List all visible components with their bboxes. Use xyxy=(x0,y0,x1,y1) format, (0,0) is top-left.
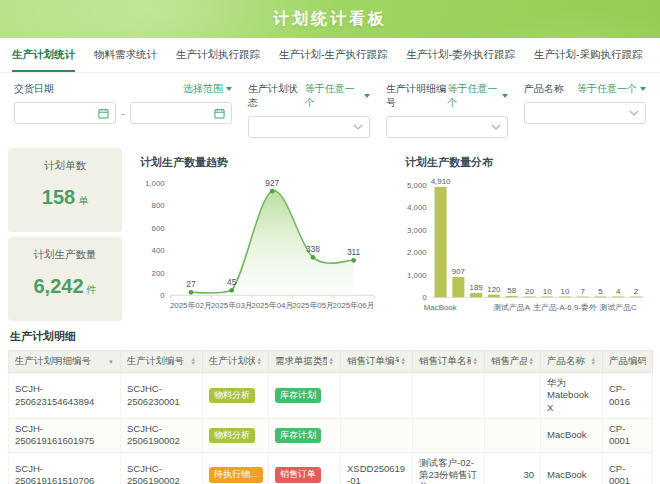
cell-product-code: CP-0001 xyxy=(603,452,653,484)
cell-detail-no: SCJH-250619161601975 xyxy=(9,419,121,453)
sort-icon[interactable]: ▲▼ xyxy=(401,358,406,365)
svg-text:2025年02月: 2025年02月 xyxy=(170,301,212,310)
date-range-separator: - xyxy=(121,108,124,119)
cell-product-name: MacBook xyxy=(541,452,603,484)
filter-operator-plan-detail-no[interactable]: 等于任意一个 xyxy=(447,82,508,110)
svg-text:10: 10 xyxy=(543,287,552,296)
svg-text:311: 311 xyxy=(347,247,361,257)
cell-demand-type: 库存计划 xyxy=(269,419,341,453)
tab-0[interactable]: 生产计划统计 xyxy=(12,38,75,72)
dashboard: 计划统计看板 生产计划统计物料需求统计生产计划执行跟踪生产计划-生产执行跟踪生产… xyxy=(0,0,660,484)
chevron-down-icon xyxy=(353,124,363,130)
column-header-5[interactable]: 销售订单名称▲▼ xyxy=(413,351,485,373)
cell-status: 物料分析 xyxy=(203,419,269,453)
table-row[interactable]: SCJH-250619161510706SCJHC-2506190002待执行物… xyxy=(9,452,653,484)
tab-5[interactable]: 生产计划-采购执行跟踪 xyxy=(534,38,643,72)
cell-demand-type: 销售订单 xyxy=(269,452,341,484)
date-start-input[interactable] xyxy=(14,102,116,124)
column-header-8[interactable]: 产品编码 xyxy=(603,351,653,373)
sort-icon[interactable]: ▲▼ xyxy=(257,358,262,365)
svg-text:测试产品C: 测试产品C xyxy=(600,303,638,312)
svg-text:800: 800 xyxy=(152,201,166,210)
svg-text:2,000: 2,000 xyxy=(407,248,427,257)
filter-arrow-icon[interactable]: ▼ xyxy=(108,359,114,365)
filter-operator-plan-status[interactable]: 等于任意一个 xyxy=(305,82,370,110)
demand-type-badge: 库存计划 xyxy=(275,428,321,444)
kpi-and-charts: 计划单数 158单 计划生产数量 6,242件 计划生产数量趋势 0200400… xyxy=(0,144,660,321)
column-header-6[interactable]: 销售产品数量▲▼ xyxy=(485,351,541,373)
distribution-chart-title: 计划生产数量分布 xyxy=(393,148,652,171)
svg-text:MacBook: MacBook xyxy=(424,303,457,312)
caret-down-icon xyxy=(502,94,508,98)
distribution-bar-chart: 01,0002,0003,0004,0005,0004,910907189120… xyxy=(393,171,652,321)
table-row[interactable]: SCJH-250619161601975SCJHC-2506190002物料分析… xyxy=(9,419,653,453)
plan-detail-no-select[interactable] xyxy=(386,116,508,138)
tab-4[interactable]: 生产计划-委外执行跟踪 xyxy=(407,38,516,72)
table-row[interactable]: SCJH-250623154643894SCJHC-2506230001物料分析… xyxy=(9,373,653,419)
svg-text:7: 7 xyxy=(581,287,585,296)
demand-type-badge: 销售订单 xyxy=(275,467,321,483)
cell-status: 待执行物... xyxy=(203,452,269,484)
svg-text:2025年06月: 2025年06月 xyxy=(333,301,375,310)
svg-text:1,000: 1,000 xyxy=(145,179,165,188)
svg-text:4,910: 4,910 xyxy=(431,177,451,186)
sort-icon[interactable]: ▲▼ xyxy=(473,358,478,365)
column-header-1[interactable]: 生产计划编号▲▼ xyxy=(121,351,203,373)
sort-icon[interactable]: ▲▼ xyxy=(191,358,196,365)
calendar-icon xyxy=(214,108,225,119)
sort-icon[interactable]: ▲▼ xyxy=(329,358,334,365)
svg-text:2: 2 xyxy=(634,287,638,296)
cell-status: 物料分析 xyxy=(203,373,269,419)
cell-order-name xyxy=(413,419,485,453)
tab-3[interactable]: 生产计划-生产执行跟踪 xyxy=(279,38,388,72)
svg-text:3,000: 3,000 xyxy=(407,226,427,235)
svg-text:4,000: 4,000 xyxy=(407,203,427,212)
date-end-input[interactable] xyxy=(130,102,232,124)
stat-value: 158 xyxy=(42,186,75,208)
stat-title: 计划生产数量 xyxy=(34,248,97,262)
tab-1[interactable]: 物料需求统计 xyxy=(94,38,157,72)
svg-text:1,000: 1,000 xyxy=(407,271,427,280)
filter-operator-product-name[interactable]: 等于任意一个 xyxy=(577,82,646,96)
status-badge: 物料分析 xyxy=(209,388,255,404)
column-header-3[interactable]: 需求单据类型▲▼ xyxy=(269,351,341,373)
sort-icon[interactable]: ▲▼ xyxy=(591,358,596,365)
status-badge: 物料分析 xyxy=(209,428,255,444)
svg-text:0: 0 xyxy=(422,293,427,302)
filter-plan-status: 生产计划状态 等于任意一个 xyxy=(248,82,370,138)
cell-qty xyxy=(485,419,541,453)
svg-text:20: 20 xyxy=(525,287,534,296)
sort-icon[interactable]: ▲▼ xyxy=(529,358,534,365)
stat-unit: 件 xyxy=(87,284,97,295)
tab-bar: 生产计划统计物料需求统计生产计划执行跟踪生产计划-生产执行跟踪生产计划-委外执行… xyxy=(0,38,660,73)
stat-value: 6,242 xyxy=(33,275,83,297)
cell-product-code: CP-0016 xyxy=(603,373,653,419)
stat-column: 计划单数 158单 计划生产数量 6,242件 xyxy=(8,148,122,321)
svg-text:2025年04月: 2025年04月 xyxy=(251,301,293,310)
plan-status-select[interactable] xyxy=(248,116,370,138)
column-header-4[interactable]: 销售订单编号▲▼ xyxy=(341,351,413,373)
filter-label-product-name: 产品名称 xyxy=(524,82,564,96)
svg-text:5: 5 xyxy=(598,287,603,296)
column-header-7[interactable]: 产品名称▲▼ xyxy=(541,351,603,373)
caret-down-icon xyxy=(640,87,646,91)
column-header-2[interactable]: 生产计划状态▲▼ xyxy=(203,351,269,373)
tab-2[interactable]: 生产计划执行跟踪 xyxy=(176,38,260,72)
svg-text:0: 0 xyxy=(160,291,165,300)
cell-order-no xyxy=(341,419,413,453)
product-name-select[interactable] xyxy=(524,102,646,124)
svg-text:45: 45 xyxy=(227,277,237,287)
cell-order-no: XSDD250619-01 xyxy=(341,452,413,484)
calendar-icon xyxy=(98,108,109,119)
filter-operator-delivery-date[interactable]: 选择范围 xyxy=(183,82,232,96)
svg-text:200: 200 xyxy=(152,269,166,278)
svg-text:2025年05月: 2025年05月 xyxy=(292,301,334,310)
caret-down-icon xyxy=(226,87,232,91)
cell-detail-no: SCJH-250623154643894 xyxy=(9,373,121,419)
column-header-0[interactable]: 生产计划明细编号▼ xyxy=(9,351,121,373)
cell-product-name: 华为Matebook X xyxy=(541,373,603,419)
trend-chart-card: 计划生产数量趋势 02004006008001,0002745927338311… xyxy=(128,148,387,321)
svg-text:400: 400 xyxy=(152,246,166,255)
cell-product-code: CP-0001 xyxy=(603,419,653,453)
cell-plan-no: SCJHC-2506230001 xyxy=(121,373,203,419)
